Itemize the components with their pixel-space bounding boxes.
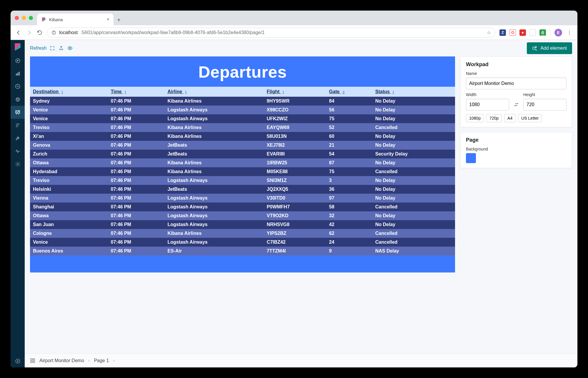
col-flight[interactable]: Flight t xyxy=(264,87,326,97)
table-row[interactable]: Ottawa07:46 PMLogstash AirwaysVT9O2KD32N… xyxy=(30,211,455,220)
reload-button[interactable] xyxy=(36,29,43,36)
swap-dimensions-icon[interactable] xyxy=(512,99,520,111)
cell-destination: Sydney xyxy=(30,97,108,106)
table-row[interactable]: Cologne07:46 PMKibana AirlinesYIPS2BZ62C… xyxy=(30,229,455,238)
footer-workpad-name[interactable]: Airport Monitor Demo xyxy=(39,358,84,363)
table-row[interactable]: Venice07:46 PMLogstash AirwaysUFK2WIZ75N… xyxy=(30,114,455,123)
cell-status: Cancelled xyxy=(372,229,455,238)
svg-point-30 xyxy=(535,46,537,48)
profile-avatar[interactable]: E xyxy=(554,29,562,36)
grid-icon[interactable] xyxy=(30,358,35,363)
height-input[interactable] xyxy=(523,99,567,111)
preset-us-letter[interactable]: US Letter xyxy=(518,114,542,122)
cell-status: Cancelled xyxy=(372,238,455,247)
extension-opera-icon[interactable]: O xyxy=(509,29,516,36)
cell-gate: 56 xyxy=(326,106,372,114)
background-color-swatch[interactable] xyxy=(466,153,476,163)
sidenav-ml[interactable] xyxy=(11,119,25,132)
table-row[interactable]: Zurich07:46 PMJetBeatsEVARI8I54Security … xyxy=(30,150,455,158)
table-row[interactable]: Treviso07:46 PMKibana AirlinesEAYQW6952C… xyxy=(30,123,455,132)
table-row[interactable]: Hyderabad07:46 PMKibana AirlinesM05KE887… xyxy=(30,167,455,176)
cell-airline: Logstash Airways xyxy=(164,238,264,247)
sidenav-collapse[interactable] xyxy=(11,354,25,367)
address-bar[interactable]: localhost:5601/app/canvas#/workpad/workp… xyxy=(47,28,495,38)
window-maximize-icon[interactable] xyxy=(29,16,33,20)
cell-status: NAS Delay xyxy=(372,247,455,255)
cell-airline: Logstash Airways xyxy=(164,211,264,220)
site-info-icon[interactable] xyxy=(51,30,56,35)
sidenav-canvas[interactable] xyxy=(11,106,25,119)
extension-green-icon[interactable]: ⎙ xyxy=(539,29,546,36)
fullscreen-icon[interactable] xyxy=(49,45,55,51)
table-row[interactable]: Venice07:46 PMLogstash AirwaysX98CCZO56N… xyxy=(30,106,455,114)
cell-flight: M05KE88 xyxy=(264,167,326,176)
back-button[interactable] xyxy=(15,29,22,36)
page-panel: Page Background xyxy=(460,132,572,168)
sidenav-monitoring[interactable] xyxy=(11,145,25,158)
sidenav-management[interactable] xyxy=(11,158,25,170)
new-tab-button[interactable]: + xyxy=(114,15,124,25)
toolbar-divider xyxy=(550,29,550,36)
sidenav-security[interactable] xyxy=(11,93,25,106)
width-input[interactable] xyxy=(466,99,509,111)
window-close-icon[interactable] xyxy=(15,16,19,20)
url-host: localhost xyxy=(59,30,78,35)
extension-red-icon[interactable]: ● xyxy=(519,29,526,36)
cell-flight: P0WMFH7 xyxy=(264,203,326,211)
table-row[interactable]: Buenos Aires07:46 PMES-Air7TTZM4I9NAS De… xyxy=(30,247,455,255)
table-row[interactable]: Treviso07:46 PMLogstash AirwaysSNI3M1Z3N… xyxy=(30,176,455,185)
preset-1080p[interactable]: 1080p xyxy=(466,114,484,122)
cell-airline: Logstash Airways xyxy=(164,194,264,203)
browser-menu-icon[interactable] xyxy=(566,29,573,36)
refresh-button[interactable]: Refresh xyxy=(30,46,46,51)
cell-flight: X98CCZO xyxy=(264,106,326,114)
table-row[interactable]: Venice07:46 PMLogstash AirwaysC7IBZ4224C… xyxy=(30,238,455,247)
canvas-workpad[interactable]: Departures Destination tTime tAirline tF… xyxy=(30,56,455,272)
kibana-logo-icon[interactable] xyxy=(11,40,25,54)
col-status[interactable]: Status t xyxy=(372,87,455,97)
next-page-icon[interactable]: › xyxy=(113,358,114,363)
close-tab-icon[interactable]: × xyxy=(107,17,109,22)
sidenav-visualize[interactable] xyxy=(11,67,25,80)
preset-a4[interactable]: A4 xyxy=(504,114,516,122)
cell-gate: 3 xyxy=(326,176,372,185)
workpad-name-input[interactable] xyxy=(466,78,567,89)
share-icon[interactable] xyxy=(58,45,64,51)
col-destination[interactable]: Destination t xyxy=(30,87,108,97)
forward-button[interactable] xyxy=(26,29,32,36)
cell-status: No Delay xyxy=(372,194,455,203)
footer-page-label[interactable]: Page 1 xyxy=(94,358,109,363)
bookmark-icon[interactable]: ☆ xyxy=(487,30,491,35)
table-row[interactable]: Shanghai07:46 PMLogstash AirwaysP0WMFH75… xyxy=(30,203,455,211)
table-row[interactable]: Xi'an07:46 PMKibana Airlines58U013N60No … xyxy=(30,132,455,141)
workpad-name-label: Name xyxy=(466,71,567,76)
sidenav-devtools[interactable] xyxy=(11,132,25,145)
col-airline[interactable]: Airline t xyxy=(164,87,264,97)
prev-page-icon[interactable]: ‹ xyxy=(88,358,90,363)
svg-rect-34 xyxy=(33,359,35,360)
table-row[interactable]: Helsinki07:46 PMJetBeatsJQ2XXQ536No Dela… xyxy=(30,185,455,194)
sidenav-timelion[interactable] xyxy=(11,80,25,93)
col-gate[interactable]: Gate # xyxy=(326,87,372,97)
page-panel-title: Page xyxy=(466,137,567,143)
sidenav-discover[interactable] xyxy=(11,54,25,67)
browser-tab[interactable]: Kibana × xyxy=(37,14,114,25)
table-row[interactable]: Sydney07:46 PMKibana Airlines9HY9SWR84No… xyxy=(30,97,455,106)
col-time[interactable]: Time t xyxy=(108,87,165,97)
cell-gate: 54 xyxy=(326,150,372,158)
cell-flight: 9HY9SWR xyxy=(264,97,326,106)
window-minimize-icon[interactable] xyxy=(22,16,26,20)
extension-square-icon[interactable] xyxy=(529,29,536,36)
add-element-button[interactable]: Add element xyxy=(527,42,572,54)
cell-destination: Treviso xyxy=(30,123,108,132)
eye-icon[interactable] xyxy=(67,45,73,51)
preset-720p[interactable]: 720p xyxy=(486,114,502,122)
table-row[interactable]: Vienna07:46 PMLogstash AirwaysV30ITD097N… xyxy=(30,194,455,203)
extension-z-icon[interactable]: Z xyxy=(499,29,506,36)
table-row[interactable]: Genova07:46 PMJetBeatsXEJ78I221No Delay xyxy=(30,141,455,150)
cell-airline: Kibana Airlines xyxy=(164,132,264,141)
table-row[interactable]: San Juan07:46 PMLogstash AirwaysNRHSVG84… xyxy=(30,220,455,229)
height-label: Height xyxy=(523,92,567,97)
cell-destination: Genova xyxy=(30,141,108,150)
table-row[interactable]: Ottawa07:46 PMKibana Airlines1IRBW2587No… xyxy=(30,158,455,167)
